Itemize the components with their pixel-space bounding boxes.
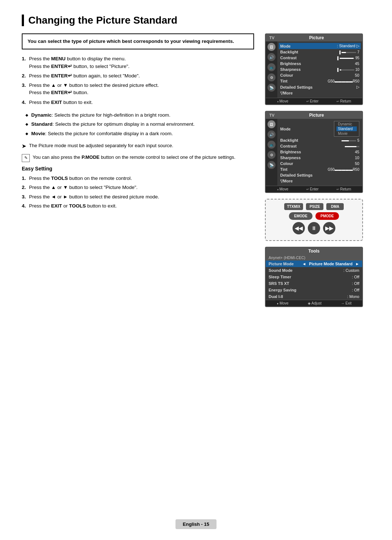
menu-bold: MENU xyxy=(51,56,66,61)
tools-row-srs: SRS TS XT : Off xyxy=(266,280,362,287)
tools-row-dual: Dual I-II : Mono xyxy=(266,293,362,300)
tv-footer-1: ⬧ Move ↵ Enter ↩ Return xyxy=(266,98,362,104)
arrow-icon: ➤ xyxy=(22,142,26,150)
tv-row-mode-1: Mode : Standard ▷ xyxy=(279,43,361,49)
tv-row-details-2: Detailed Settings xyxy=(280,172,359,178)
backlight-label-2: Backlight xyxy=(280,138,298,142)
details-label-1: Detailed Settings xyxy=(280,85,313,89)
exit-bold-2: EXIT xyxy=(51,203,62,209)
tv-row-brightness-1: Brightness 45 xyxy=(280,61,359,67)
footer-return-1: ↩ Return xyxy=(336,99,351,103)
tv-panel-2-body: 🖼 🔊 📺 ⚙ 📡 Mode Dynamic Standard Movie xyxy=(266,119,362,186)
mode-value-1: : Standard ▷ xyxy=(337,44,359,48)
more-label-1: ▽More xyxy=(280,91,293,96)
tv-icon-5: 📡 xyxy=(268,84,275,92)
sound-mode-label: Sound Mode xyxy=(269,268,293,273)
tint-value-1: G50▬▬▬▬▬R50 xyxy=(328,79,359,83)
tools-row-energy: Energy Saving : Off xyxy=(266,287,362,293)
contrast-value-1: ▐ 95 xyxy=(336,56,359,60)
tools-header: Tools xyxy=(266,247,362,255)
tv-panel-1: TV Picture 🖼 🔊 📺 ⚙ 📡 Mode : Standard ▷ xyxy=(265,33,363,105)
tv-sidebar-1: 🖼 🔊 📺 ⚙ 📡 xyxy=(266,41,277,98)
remote-row-2: EMODE PMODE xyxy=(269,212,359,220)
page-footer: English - 15 xyxy=(176,519,217,529)
intro-box: You can select the type of picture which… xyxy=(22,33,254,49)
step-num-3: 3. xyxy=(22,82,26,89)
psize-btn[interactable]: PSIZE xyxy=(306,203,323,210)
contrast-label-2: Contrast xyxy=(280,144,297,148)
tv-icon-3: 📺 xyxy=(268,63,275,71)
tools-footer: ⬧ Move ◈ Adjust → Exit xyxy=(266,300,362,306)
easy-step-4: 4. Press the EXIT or TOOLS button to exi… xyxy=(22,202,254,210)
backlight-value-2: 5 xyxy=(342,138,359,142)
step-num-2: 2. xyxy=(22,72,26,80)
tv-row-mode-2: Mode Dynamic Standard Movie xyxy=(280,120,359,137)
tv-row-more-1: ▽More xyxy=(280,90,359,96)
movie-term: Movie xyxy=(31,131,45,136)
note-arrow: ➤ The Picture mode must be adjusted sepa… xyxy=(22,142,254,150)
dma-btn[interactable]: DMA xyxy=(326,203,344,210)
sharpness-value-1: ▐ 10 xyxy=(336,67,359,72)
brightness-value-2: 45 xyxy=(355,150,359,154)
tv-icon-4: ⚙ xyxy=(268,73,275,81)
ttxmix-btn[interactable]: TTXMIX xyxy=(284,203,303,210)
step-num-4: 4. xyxy=(22,99,26,106)
tv-icon-1: 🖼 xyxy=(268,43,275,51)
backlight-value-1: ▐ 7 xyxy=(338,50,359,54)
mode-dropdown-2: Dynamic Standard Movie xyxy=(334,121,359,137)
contrast-value-2 xyxy=(345,144,359,148)
bullet-dynamic: Dynamic: Selects the picture for high-de… xyxy=(25,111,254,119)
mode-label-2: Mode xyxy=(280,127,291,131)
easy-step-2: 2. Press the ▲ or ▼ button to select "Pi… xyxy=(22,184,254,192)
tv-label-1: TV xyxy=(269,36,274,40)
remote-row-1: TTXMIX PSIZE DMA xyxy=(269,203,359,210)
pmode-btn[interactable]: PMODE xyxy=(315,212,339,220)
bullet-movie: Movie: Selects the picture for comfortab… xyxy=(25,130,254,138)
brightness-label-2: Brightness xyxy=(280,150,301,154)
tv-content-1: Mode : Standard ▷ Backlight ▐ 7 xyxy=(277,41,362,98)
tools-row-picture-mode: Picture Mode ◄ Picture Mode Standard ► xyxy=(266,261,362,267)
right-arrow: ► xyxy=(355,262,359,266)
bullet-standard: Standard: Selects the picture for optimu… xyxy=(25,120,254,128)
backlight-label-1: Backlight xyxy=(280,50,298,54)
tv-row-brightness-2: Brightness 45 xyxy=(280,149,359,155)
sound-mode-value: Custom xyxy=(346,268,359,273)
brightness-label-1: Brightness xyxy=(280,61,301,66)
tv-panel-1-header: TV Picture xyxy=(266,34,362,41)
exit-bold: EXIT xyxy=(51,100,62,105)
left-arrow: ◄ xyxy=(302,262,306,266)
easy-step-num-1: 1. xyxy=(22,174,26,182)
tv-panel-2-header: TV Picture xyxy=(266,112,362,119)
contrast-label-1: Contrast xyxy=(280,56,297,60)
step-4: 4. Press the EXIT button to exit. xyxy=(22,99,254,106)
dual-label: Dual I-II xyxy=(269,294,283,299)
tv-row-sharpness-1: Sharpness ▐ 10 xyxy=(280,67,359,72)
dynamic-term: Dynamic xyxy=(31,112,52,118)
rewind-btn[interactable]: ◀◀ xyxy=(293,222,305,234)
tv-row-backlight-1: Backlight ▐ 7 xyxy=(280,49,359,55)
easy-step-3: 3. Press the ◄ or ► button to select the… xyxy=(22,193,254,201)
tools-row-sleep-timer: Sleep Timer : Off xyxy=(266,274,362,280)
easy-steps-list: 1. Press the TOOLS button on the remote … xyxy=(22,174,254,210)
tint-value-2: G50▬▬▬▬▬R50 xyxy=(328,168,359,172)
tv-row-details-1: Detailed Settings ▷ xyxy=(280,84,359,90)
pmode-bold: P.MODE xyxy=(82,154,100,160)
tv-row-colour-1: Colour 50 xyxy=(280,72,359,78)
page-title: Changing the Picture Standard xyxy=(22,15,370,26)
tools-footer-move: ⬧ Move xyxy=(277,301,289,305)
steps-list: 1. Press the MENU button to display the … xyxy=(22,55,254,106)
note-text-2: You can also press the P.MODE button on … xyxy=(33,154,236,161)
tv-icon-2-3: 📺 xyxy=(268,141,275,149)
standard-term: Standard xyxy=(31,121,53,127)
tv-row-colour-2: Colour 50 xyxy=(280,161,359,166)
forward-btn[interactable]: ▶▶ xyxy=(323,222,335,234)
pause-btn[interactable]: II xyxy=(308,222,320,234)
brightness-value-1: 45 xyxy=(355,61,359,66)
emode-btn[interactable]: EMODE xyxy=(289,212,313,220)
tv-sidebar-2: 🖼 🔊 📺 ⚙ 📡 xyxy=(266,119,277,186)
step-num-1: 1. xyxy=(22,55,26,63)
main-layout: You can select the type of picture which… xyxy=(22,33,370,307)
picture-mode-value: Picture Mode Standard xyxy=(309,262,352,266)
footer-return-2: ↩ Return xyxy=(336,187,351,191)
mode-label-1: Mode xyxy=(280,44,291,48)
